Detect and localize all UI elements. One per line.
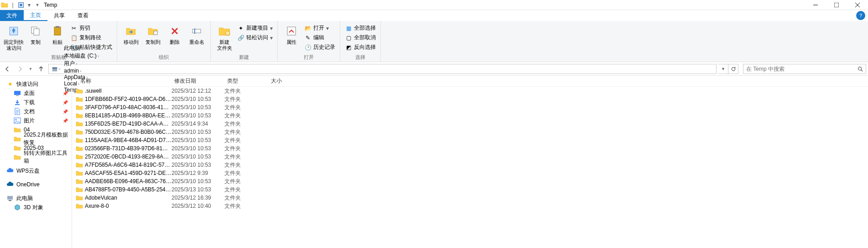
file-row[interactable]: AdobeVulcan2025/3/12 16:39文件夹: [72, 194, 868, 202]
ribbon-group-organize: 移动到 复制到 删除 重命名 组织: [117, 21, 211, 62]
up-button[interactable]: [36, 63, 47, 74]
breadcrumb-root-icon[interactable]: ›: [50, 66, 62, 72]
column-header-date[interactable]: 修改日期: [172, 77, 224, 85]
file-row[interactable]: AADBE66B-E096-49EA-863C-7674241...2025/3…: [72, 177, 868, 185]
dropdown-icon: ▾: [270, 35, 273, 41]
svg-rect-3: [834, 3, 839, 7]
file-row[interactable]: AB4788F5-07B9-4450-A5B5-254030F...2025/3…: [72, 185, 868, 194]
file-row[interactable]: 2572020E-0BCD-4193-8E29-8A09A62...2025/3…: [72, 153, 868, 161]
folder-icon: [76, 112, 83, 119]
recent-dropdown[interactable]: ▼: [27, 63, 34, 74]
qat-overflow-icon[interactable]: ▼: [34, 1, 41, 9]
forward-button[interactable]: [15, 63, 26, 74]
tab-home[interactable]: 主页: [24, 10, 47, 21]
nav-wps[interactable]: WPS云盘: [0, 166, 72, 175]
breadcrumb[interactable]: › 此电脑›本地磁盘 (C:)›用户›admin›AppData›Local›T…: [48, 64, 717, 74]
pin-icon: 📌: [62, 100, 68, 105]
svg-rect-17: [52, 67, 57, 69]
history-button[interactable]: 🕑历史记录: [302, 43, 337, 52]
file-row[interactable]: .suwell2025/3/12 12:12文件夹: [72, 87, 868, 95]
nav-quick-item[interactable]: 文档📌: [0, 107, 72, 116]
file-row[interactable]: A7FD585A-A6C6-4B14-819C-577DAA...2025/3/…: [72, 161, 868, 169]
paste-button[interactable]: 粘贴: [47, 22, 68, 45]
breadcrumb-segment[interactable]: admin›: [62, 68, 101, 74]
back-button[interactable]: [2, 63, 13, 74]
minimize-button[interactable]: [805, 0, 826, 10]
invert-selection-button[interactable]: ◩反向选择: [343, 43, 378, 52]
file-row[interactable]: 023566FB-731D-4B39-97D6-81C5157...2025/3…: [72, 144, 868, 153]
nav-onedrive[interactable]: OneDrive: [0, 180, 72, 189]
delete-icon: [167, 24, 182, 38]
nav-quick-item[interactable]: 桌面📌: [0, 89, 72, 98]
search-icon[interactable]: [855, 66, 866, 72]
ribbon-group-open: 属性 📂打开 ▾ ✎编辑 🕑历史记录 打开: [278, 21, 340, 62]
copy-path-button[interactable]: 📋复制路径: [68, 33, 114, 42]
file-date: 2025/3/14 9:34: [172, 121, 224, 127]
title-bar: | ▾ ▼ Temp: [0, 0, 868, 10]
column-header-size[interactable]: 大小: [268, 77, 305, 85]
folder-icon: [76, 104, 83, 111]
nav-quick-item[interactable]: 转转大师图片工具箱: [0, 153, 72, 162]
nav-quick-item[interactable]: 图片📌: [0, 116, 72, 125]
file-row[interactable]: 750D032E-5799-4678-B0B0-96C8448...2025/3…: [72, 128, 868, 136]
column-header-name[interactable]: 名称: [72, 77, 172, 85]
nav-quick-item[interactable]: 2025.2月模板数据恢复: [0, 134, 72, 143]
open-button[interactable]: 📂打开 ▾: [302, 24, 337, 32]
file-type: 文件夹: [224, 145, 268, 153]
help-button[interactable]: ?: [856, 11, 865, 20]
tab-view[interactable]: 查看: [71, 10, 95, 21]
edit-button[interactable]: ✎编辑: [302, 33, 337, 42]
tab-share[interactable]: 共享: [47, 10, 71, 21]
select-all-button[interactable]: ▦全部选择: [343, 24, 378, 32]
qat-dropdown-icon[interactable]: ▾: [26, 1, 33, 9]
nav-thispc[interactable]: 此电脑: [0, 194, 72, 203]
new-folder-button[interactable]: 新建 文件夹: [213, 22, 235, 51]
history-dropdown[interactable]: ▼: [718, 64, 728, 74]
search-input[interactable]: [743, 66, 855, 72]
file-date: 2025/3/12 9:39: [172, 170, 224, 176]
file-type: 文件夹: [224, 202, 268, 210]
new-item-button[interactable]: ✦新建项目 ▾: [235, 24, 275, 32]
rename-button[interactable]: 重命名: [186, 22, 208, 45]
cut-button[interactable]: ✂剪切: [68, 24, 114, 32]
breadcrumb-segment[interactable]: 用户›: [62, 60, 101, 68]
svg-point-18: [858, 67, 862, 70]
copy-to-button[interactable]: 复制到: [142, 22, 164, 45]
qat-properties-icon[interactable]: [17, 1, 25, 9]
close-button[interactable]: [847, 0, 868, 10]
maximize-button[interactable]: [826, 0, 847, 10]
file-row[interactable]: 8EB14185-AD1B-4969-8B0A-EEA13B...2025/3/…: [72, 111, 868, 120]
refresh-button[interactable]: [728, 64, 738, 74]
file-row[interactable]: AA5CAF55-E5A1-459D-9271-DE529EF...2025/3…: [72, 169, 868, 177]
folder-icon: [14, 126, 21, 133]
move-to-button[interactable]: 移动到: [120, 22, 142, 45]
breadcrumb-segment[interactable]: 本地磁盘 (C:)›: [62, 52, 101, 60]
tab-file[interactable]: 文件: [0, 10, 24, 21]
file-row[interactable]: 1DFBB66D-F5F2-4019-89CA-D6DA16...2025/3/…: [72, 95, 868, 103]
search-box[interactable]: [743, 64, 866, 74]
easy-access-button[interactable]: 🔗轻松访问 ▾: [235, 33, 275, 42]
svg-rect-26: [9, 200, 11, 201]
file-row[interactable]: 1155AAEA-9BE4-46B4-AD91-D7DC5E...2025/3/…: [72, 136, 868, 144]
nav-thispc-item[interactable]: 3D 对象: [0, 203, 72, 212]
breadcrumb-segment[interactable]: 此电脑›: [62, 44, 101, 52]
path-icon: 📋: [70, 34, 78, 42]
nav-quick-access[interactable]: ★ 快速访问: [0, 79, 72, 89]
file-name: AB4788F5-07B9-4450-A5B5-254030F...: [85, 186, 172, 193]
file-date: 2025/3/10 10:53: [172, 162, 224, 168]
properties-button[interactable]: 属性: [281, 22, 302, 45]
file-row[interactable]: 3FAFD796-AF10-48AC-8036-417D417...2025/3…: [72, 103, 868, 111]
svg-rect-10: [56, 26, 59, 28]
select-none-button[interactable]: ▢全部取消: [343, 33, 378, 42]
nav-quick-item[interactable]: 下载📌: [0, 98, 72, 107]
svg-rect-16: [52, 68, 57, 71]
pin-icon: 📌: [62, 91, 68, 96]
delete-button[interactable]: 删除: [164, 22, 186, 45]
open-icon: 📂: [304, 25, 312, 32]
pin-to-quick-access-button[interactable]: 固定到快 速访问: [3, 22, 25, 51]
column-header-type[interactable]: 类型: [224, 77, 268, 85]
svg-rect-25: [7, 196, 13, 200]
file-row[interactable]: 135F6D25-BE7D-419D-8CAA-AA7846...2025/3/…: [72, 120, 868, 128]
file-row[interactable]: Axure-8-02025/3/12 10:40文件夹: [72, 202, 868, 210]
copy-button[interactable]: 复制: [25, 22, 47, 45]
